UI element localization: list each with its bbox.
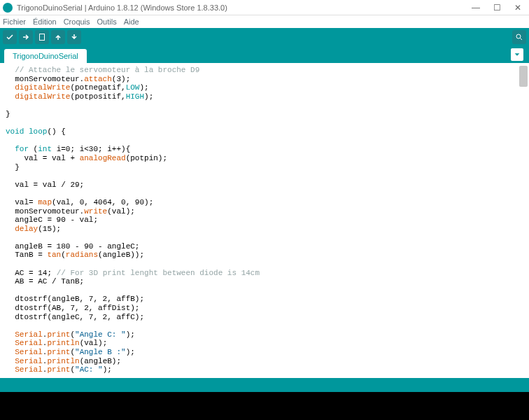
code-line: // Attache le servomoteur à la broche D9 xyxy=(6,66,523,75)
code-line: dtostrf(AB, 7, 2, affDist); xyxy=(6,304,523,313)
window-title: TrigonoDuinoSerial | Arduino 1.8.12 (Win… xyxy=(17,4,472,12)
code-line xyxy=(6,286,523,295)
chevron-down-icon xyxy=(514,51,521,58)
minimize-button[interactable]: — xyxy=(472,4,480,12)
menu-tools[interactable]: Outils xyxy=(97,18,117,26)
tab-menu-button[interactable] xyxy=(511,48,523,61)
open-button[interactable] xyxy=(51,30,65,44)
code-line: AB = AC / TanB; xyxy=(6,277,523,286)
tab-active[interactable]: TrigonoDuinoSerial xyxy=(4,49,87,63)
code-line: Serial.print("Angle B :"); xyxy=(6,348,523,357)
code-line: AC = 14; // For 3D print lenght between … xyxy=(6,269,523,278)
menu-edit[interactable]: Édition xyxy=(33,18,57,26)
app-icon xyxy=(3,3,13,13)
titlebar: TrigonoDuinoSerial | Arduino 1.8.12 (Win… xyxy=(0,0,529,15)
svg-rect-0 xyxy=(40,34,45,41)
tabbar: TrigonoDuinoSerial xyxy=(0,46,529,63)
arrow-up-icon xyxy=(54,33,62,41)
code-line: dtostrf(angleC, 7, 2, affC); xyxy=(6,313,523,322)
file-icon xyxy=(38,33,46,41)
upload-button[interactable] xyxy=(19,30,33,44)
code-line: Serial.println(angleB); xyxy=(6,357,523,366)
maximize-button[interactable]: ☐ xyxy=(493,4,501,12)
code-line: digitalWrite(potnegatif,LOW); xyxy=(6,83,523,92)
code-line xyxy=(6,321,523,330)
arrow-down-icon xyxy=(70,33,78,41)
code-line: val= map(val, 0, 4064, 0, 90); xyxy=(6,198,523,207)
code-line: digitalWrite(potpositif,HIGH); xyxy=(6,92,523,102)
statusbar xyxy=(0,378,529,392)
code-line xyxy=(6,189,523,198)
code-line: void loop() { xyxy=(6,127,523,136)
menu-file[interactable]: Fichier xyxy=(3,18,26,26)
menubar: Fichier Édition Croquis Outils Aide xyxy=(0,15,529,28)
arrow-right-icon xyxy=(22,33,30,41)
code-line xyxy=(6,260,523,269)
code-line: for (int i=0; i<30; i++){ xyxy=(6,145,523,154)
code-line xyxy=(6,101,523,110)
svg-point-1 xyxy=(516,34,521,38)
code-line: } xyxy=(6,110,523,119)
code-line xyxy=(6,119,523,128)
code-line: monServomoteur.attach(3); xyxy=(6,75,523,84)
code-line: TanB = tan(radians(angleB)); xyxy=(6,251,523,260)
code-editor[interactable]: // Attache le servomoteur à la broche D9… xyxy=(0,63,529,378)
code-line: angleC = 90 - val; xyxy=(6,216,523,225)
magnifier-icon xyxy=(515,33,523,41)
code-line: dtostrf(angleB, 7, 2, affB); xyxy=(6,295,523,304)
save-button[interactable] xyxy=(67,30,81,44)
toolbar xyxy=(0,28,529,46)
close-button[interactable]: ✕ xyxy=(514,4,522,12)
code-line: Serial.print("Angle C: "); xyxy=(6,330,523,340)
verify-button[interactable] xyxy=(3,30,17,44)
console xyxy=(0,392,529,420)
code-line: angleB = 180 - 90 - angleC; xyxy=(6,242,523,251)
code-line: val = val / 29; xyxy=(6,181,523,190)
menu-help[interactable]: Aide xyxy=(124,18,139,26)
code-line: delay(15); xyxy=(6,225,523,234)
new-button[interactable] xyxy=(35,30,49,44)
check-icon xyxy=(6,33,14,41)
code-line: } xyxy=(6,163,523,172)
window-controls: — ☐ ✕ xyxy=(472,4,522,12)
code-line: monServomoteur.write(val); xyxy=(6,207,523,216)
code-line xyxy=(6,233,523,242)
code-line xyxy=(6,136,523,146)
menu-sketch[interactable]: Croquis xyxy=(64,18,90,26)
code-line: Serial.print("AC: "); xyxy=(6,365,523,374)
code-line: Serial.println(val); xyxy=(6,339,523,348)
serial-monitor-button[interactable] xyxy=(512,30,526,44)
code-line: val = val + analogRead(potpin); xyxy=(6,154,523,163)
code-line xyxy=(6,172,523,181)
scrollbar-thumb[interactable] xyxy=(519,66,528,87)
